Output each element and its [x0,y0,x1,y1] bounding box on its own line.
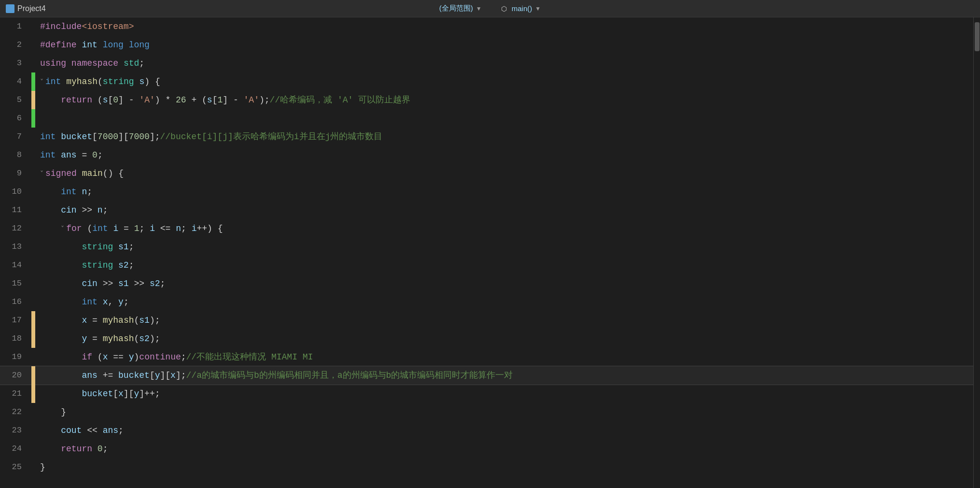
line-indicator-8 [31,146,35,164]
line-content-14: string s2; [35,256,973,274]
line-number-23: 23 [0,421,31,440]
line-number-6: 6 [0,109,31,128]
line-content-7: int bucket[7000][7000];//bucket[i][j]表示哈… [35,128,973,146]
line-content-19: if (x == y)continue;//不能出现这种情况 MIAMI MI [35,348,973,366]
line-content-9: ˅signed main() { [35,164,973,183]
line-indicator-12 [31,219,35,238]
line-number-18: 18 [0,330,31,348]
code-line-10: 10 int n; [0,183,973,201]
line-number-4: 4 [0,72,31,91]
line-number-5: 5 [0,91,31,109]
line-indicator-7 [31,128,35,146]
line-content-6 [35,109,973,128]
line-number-22: 22 [0,403,31,421]
project-title: Project4 [17,4,46,13]
line-number-3: 3 [0,54,31,72]
line-indicator-20 [31,366,35,385]
scope-label: (全局范围) [439,4,473,13]
line-indicator-13 [31,238,35,256]
code-line-11: 11 cin >> n; [0,201,973,219]
line-number-21: 21 [0,385,31,403]
line-content-15: cin >> s1 >> s2; [35,274,973,293]
line-content-21: bucket[x][y]++; [35,385,973,403]
line-content-1: #include<iostream> [35,17,973,36]
function-label: main() [512,4,532,13]
code-line-16: 16 int x, y; [0,293,973,311]
scroll-thumb[interactable] [975,22,980,51]
line-indicator-25 [31,458,35,476]
line-content-8: int ans = 0; [35,146,973,164]
line-number-19: 19 [0,348,31,366]
line-indicator-6 [31,109,35,128]
line-content-12: ˅for (int i = 1; i <= n; i++) { [35,219,973,238]
line-number-11: 11 [0,201,31,219]
code-line-14: 14 string s2; [0,256,973,274]
code-line-1: 1#include<iostream> [0,17,973,36]
line-number-17: 17 [0,311,31,330]
code-line-12: 12 ˅for (int i = 1; i <= n; i++) { [0,219,973,238]
code-line-19: 19 if (x == y)continue;//不能出现这种情况 MIAMI … [0,348,973,366]
function-icon: ⬡ [501,5,507,13]
line-content-5: return (s[0] - 'A') * 26 + (s[1] - 'A');… [35,91,973,109]
line-content-3: using namespace std; [35,54,973,72]
line-indicator-21 [31,385,35,403]
code-line-21: 21 bucket[x][y]++; [0,385,973,403]
line-indicator-14 [31,256,35,274]
scope-dropdown[interactable]: (全局范围) ▼ [439,4,482,13]
code-line-20: 20 ans += bucket[y][x];//a的城市编码与b的州编码相同并… [0,366,973,385]
line-indicator-19 [31,348,35,366]
code-line-22: 22 } [0,403,973,421]
line-content-16: int x, y; [35,293,973,311]
editor: 1#include<iostream>2#define int long lon… [0,17,980,488]
code-line-9: 9˅signed main() { [0,164,973,183]
code-line-5: 5 return (s[0] - 'A') * 26 + (s[1] - 'A'… [0,91,973,109]
line-number-12: 12 [0,219,31,238]
line-number-25: 25 [0,458,31,476]
line-number-15: 15 [0,274,31,293]
line-content-25: } [35,458,973,476]
line-number-1: 1 [0,17,31,36]
project-icon [6,4,14,13]
line-content-22: } [35,403,973,421]
line-number-8: 8 [0,146,31,164]
line-indicator-15 [31,274,35,293]
line-number-2: 2 [0,36,31,54]
line-content-17: x = myhash(s1); [35,311,973,330]
line-content-13: string s1; [35,238,973,256]
line-number-7: 7 [0,128,31,146]
line-number-9: 9 [0,164,31,183]
line-number-16: 16 [0,293,31,311]
line-indicator-16 [31,293,35,311]
line-indicator-24 [31,440,35,458]
line-content-11: cin >> n; [35,201,973,219]
code-area[interactable]: 1#include<iostream>2#define int long lon… [0,17,973,488]
line-number-13: 13 [0,238,31,256]
code-line-8: 8int ans = 0; [0,146,973,164]
code-line-6: 6 [0,109,973,128]
code-line-17: 17 x = myhash(s1); [0,311,973,330]
line-content-24: return 0; [35,440,973,458]
scrollbar[interactable] [973,17,980,488]
code-line-23: 23 cout << ans; [0,421,973,440]
line-content-10: int n; [35,183,973,201]
project-name: Project4 [6,4,46,13]
line-indicator-5 [31,91,35,109]
line-number-20: 20 [0,366,31,385]
code-line-25: 25} [0,458,973,476]
line-indicator-9 [31,164,35,183]
title-dropdowns: (全局范围) ▼ ⬡ main() ▼ [439,4,541,13]
code-line-24: 24 return 0; [0,440,973,458]
title-bar: Project4 (全局范围) ▼ ⬡ main() ▼ [0,0,980,17]
code-line-3: 3using namespace std; [0,54,973,72]
line-indicator-17 [31,311,35,330]
line-content-18: y = myhash(s2); [35,330,973,348]
code-line-18: 18 y = myhash(s2); [0,330,973,348]
code-lines: 1#include<iostream>2#define int long lon… [0,17,973,476]
line-content-20: ans += bucket[y][x];//a的城市编码与b的州编码相同并且，a… [35,366,973,385]
line-indicator-3 [31,54,35,72]
function-dropdown[interactable]: ⬡ main() ▼ [501,4,541,13]
line-content-2: #define int long long [35,36,973,54]
line-indicator-23 [31,421,35,440]
code-line-4: 4˅int myhash(string s) { [0,72,973,91]
code-line-7: 7int bucket[7000][7000];//bucket[i][j]表示… [0,128,973,146]
